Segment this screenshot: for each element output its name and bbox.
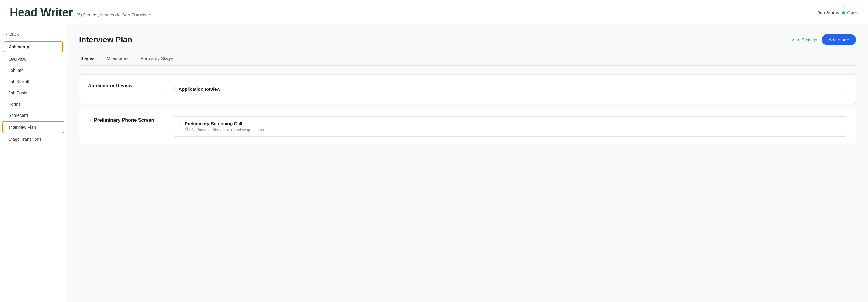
sidebar-item-job-info[interactable]: Job Info <box>2 65 64 76</box>
drag-handle-icon: ⠿ <box>172 87 176 91</box>
info-icon: i <box>185 127 190 132</box>
stage-item-header-pps: ⠿ Preliminary Screening Call <box>178 121 842 126</box>
add-stage-button[interactable]: Add stage <box>822 34 856 45</box>
stage-label-application-review: Application Review <box>88 82 155 89</box>
job-status: Job Status: Open <box>817 10 858 15</box>
tab-forms-by-stage[interactable]: Forms by Stage <box>139 53 179 65</box>
stage-card-inner-pps: ⠿ Preliminary Phone Screen ⠿ Preliminary… <box>88 116 847 137</box>
status-dot-icon <box>842 11 845 14</box>
page-header: Head Writer (6) Denver, New York, San Fr… <box>0 0 868 24</box>
back-label: Back <box>9 32 19 36</box>
header-left: Head Writer (6) Denver, New York, San Fr… <box>10 6 151 19</box>
layout: ‹ Back Job setup Overview Job Info Job K… <box>0 24 868 302</box>
tab-milestones[interactable]: Milestones <box>105 53 135 65</box>
header-actions: Alert Settings Add stage <box>792 34 856 45</box>
alert-settings-link[interactable]: Alert Settings <box>792 37 817 42</box>
content-header: Interview Plan Alert Settings Add stage <box>79 34 856 45</box>
stage-card-preliminary-phone-screen: ⠿ Preliminary Phone Screen ⠿ Preliminary… <box>79 109 856 144</box>
stage-items-pps: ⠿ Preliminary Screening Call i No focus … <box>173 116 847 137</box>
job-meta: (6) Denver, New York, San Francisco <box>76 12 151 17</box>
back-chevron-icon: ‹ <box>6 32 8 36</box>
main-content: Interview Plan Alert Settings Add stage … <box>67 24 868 302</box>
stage-item-title-ar: Application Review <box>179 86 220 92</box>
status-label: Job Status: <box>817 10 840 15</box>
tab-stages[interactable]: Stages <box>79 53 101 65</box>
sidebar-item-scorecard[interactable]: Scorecard <box>2 110 64 121</box>
drag-handle-pps-icon: ⠿ <box>178 121 182 126</box>
status-value: Open <box>847 10 858 15</box>
sidebar-item-stage-transitions[interactable]: Stage Transitions <box>2 134 64 145</box>
sidebar: ‹ Back Job setup Overview Job Info Job K… <box>0 24 67 302</box>
back-link[interactable]: ‹ Back <box>0 29 67 39</box>
sidebar-section-job-setup[interactable]: Job setup <box>4 42 63 52</box>
tabs-bar: Stages Milestones Forms by Stage <box>79 53 856 66</box>
stage-label-preliminary-phone-screen: Preliminary Phone Screen <box>94 116 161 123</box>
stage-card-application-review: Application Review ⠿ Application Review <box>79 74 856 104</box>
sidebar-item-overview[interactable]: Overview <box>2 54 64 64</box>
stage-item-sub-pps: i No focus attributes or interview quest… <box>178 127 842 132</box>
stage-items-application-review: ⠿ Application Review <box>167 82 847 96</box>
sidebar-item-job-posts[interactable]: Job Posts <box>2 87 64 98</box>
stage-item-title-pps: Preliminary Screening Call <box>185 121 242 126</box>
sidebar-item-job-kickoff[interactable]: Job Kickoff <box>2 76 64 87</box>
page-title: Interview Plan <box>79 35 132 45</box>
stage-item-sub-text: No focus attributes or interview questio… <box>192 128 264 132</box>
stage-drag-handle-icon: ⠿ <box>88 116 92 122</box>
stage-item-preliminary-screening-call[interactable]: ⠿ Preliminary Screening Call i No focus … <box>173 116 847 137</box>
sidebar-item-interview-plan[interactable]: Interview Plan <box>2 121 64 133</box>
sidebar-item-forms[interactable]: Forms <box>2 99 64 110</box>
stage-item-application-review[interactable]: ⠿ Application Review <box>167 82 847 96</box>
stage-item-header: ⠿ Application Review <box>172 86 842 92</box>
stage-card-inner: Application Review ⠿ Application Review <box>88 82 847 96</box>
job-title: Head Writer <box>10 6 73 19</box>
